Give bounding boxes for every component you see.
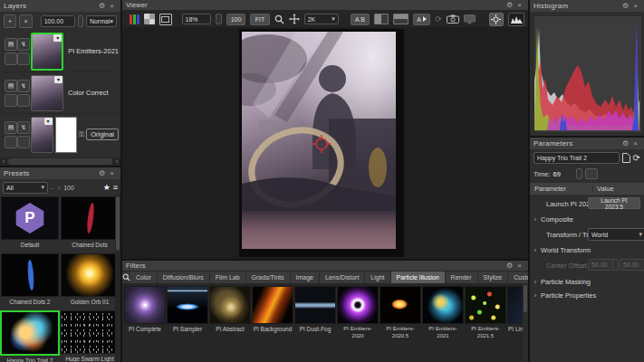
- filter-thumbnail[interactable]: [465, 286, 506, 324]
- layer-fx-toggle[interactable]: ↯: [17, 121, 30, 134]
- preset-size-value[interactable]: 100: [63, 185, 74, 191]
- fit-button[interactable]: FIT: [250, 14, 269, 25]
- keyframe-icon[interactable]: [585, 168, 598, 179]
- preset-thumbnail[interactable]: [61, 196, 119, 240]
- preset-thumbnail[interactable]: P: [1, 196, 59, 240]
- ab-compare-button[interactable]: A B: [351, 14, 370, 25]
- layers-horizontal-scrollbar[interactable]: ‹ ›: [0, 157, 120, 166]
- rgb-channels-icon[interactable]: [130, 14, 139, 25]
- filter-thumbnail[interactable]: [294, 286, 336, 324]
- opacity-stepper[interactable]: [78, 15, 83, 27]
- tab-diffusion-blurs[interactable]: Diffusion/Blurs: [158, 272, 210, 283]
- alpha-checker-icon[interactable]: [144, 14, 155, 25]
- filter-thumbnail[interactable]: [380, 286, 421, 324]
- filter-item[interactable]: PI Emitters-2021: [423, 286, 463, 339]
- delete-layer-button[interactable]: ×: [19, 14, 32, 28]
- column-parameter[interactable]: Parameter: [530, 185, 593, 193]
- param-row-particle-masking[interactable]: › Particle Masking: [530, 276, 644, 288]
- preset-thumbnail[interactable]: [1, 253, 59, 297]
- filters-vertical-scrollbar[interactable]: [523, 283, 528, 362]
- param-row-particle-properties[interactable]: › Particle Properties: [530, 290, 644, 301]
- blend-mode-select[interactable]: Normal ▾: [86, 15, 117, 27]
- chevron-right-icon[interactable]: ›: [530, 292, 541, 299]
- layer-row[interactable]: ▤ ↯ ▾ Color Correct: [2, 72, 119, 114]
- time-stepper[interactable]: [576, 168, 582, 179]
- magnifier-icon[interactable]: [274, 14, 284, 25]
- layer-row[interactable]: ▤ ↯ ▾ ⚿ Original: [2, 114, 119, 155]
- filter-thumbnail[interactable]: [422, 286, 464, 324]
- external-monitor-icon[interactable]: [464, 14, 476, 25]
- launch-pi-button[interactable]: Launch PI 2023.5: [588, 197, 640, 209]
- viewer-canvas[interactable]: [122, 27, 528, 259]
- filter-item[interactable]: PI Emitters-2021.5: [466, 286, 505, 339]
- layer-solo-toggle[interactable]: [17, 52, 30, 65]
- snapshot-camera-icon[interactable]: [447, 14, 459, 25]
- layer-solo-toggle[interactable]: [17, 136, 30, 148]
- chevron-right-icon[interactable]: ›: [530, 216, 541, 223]
- region-of-interest-icon[interactable]: [159, 14, 172, 25]
- gear-icon[interactable]: ⚙: [97, 168, 107, 178]
- close-icon[interactable]: ×: [107, 1, 117, 11]
- gear-icon[interactable]: ⚙: [97, 1, 107, 11]
- preset-category-select[interactable]: All ▾: [3, 182, 48, 194]
- pan-icon[interactable]: [289, 14, 300, 25]
- preset-item[interactable]: Golden Orb 01: [62, 253, 118, 306]
- preset-thumbnail[interactable]: [61, 310, 119, 354]
- layer-opacity-field[interactable]: 100.00: [41, 15, 75, 27]
- preset-thumbnail[interactable]: [61, 253, 119, 297]
- menu-icon[interactable]: ≡: [113, 183, 118, 192]
- preset-item[interactable]: P Default: [2, 196, 58, 249]
- preset-name-input[interactable]: Happy Trio Trail 2: [533, 152, 620, 164]
- layer-media-toggle[interactable]: ▤: [5, 80, 17, 92]
- layer-name[interactable]: PI Emitters-2021: [68, 47, 119, 55]
- layer-media-toggle[interactable]: ▤: [5, 121, 17, 134]
- tab-render[interactable]: Render: [446, 272, 478, 283]
- filter-item[interactable]: PI Sampler: [168, 286, 207, 333]
- tab-image[interactable]: Image: [291, 272, 320, 283]
- gear-icon[interactable]: ⚙: [505, 0, 514, 10]
- resolution-select[interactable]: 2K ▾: [304, 14, 339, 24]
- layer-visibility-toggle[interactable]: [5, 94, 17, 107]
- zoom-percent-field[interactable]: 18%: [182, 14, 212, 24]
- tab-particle-illusion[interactable]: Particle Illusion: [391, 272, 446, 283]
- filter-item[interactable]: PI Emitters-2020: [338, 286, 378, 339]
- split-vertical-icon[interactable]: [374, 14, 389, 24]
- preset-item[interactable]: Chained Dots: [62, 196, 118, 249]
- filter-thumbnail[interactable]: [337, 286, 379, 324]
- sync-icon[interactable]: ⟳: [435, 14, 442, 25]
- time-value[interactable]: 69: [553, 170, 560, 178]
- filter-thumbnail[interactable]: [209, 286, 251, 324]
- layer-visibility-toggle[interactable]: [5, 136, 17, 148]
- tab-custom[interactable]: Custom: [508, 272, 528, 283]
- layer-name[interactable]: Original: [86, 129, 119, 140]
- tab-grads-tints[interactable]: Grads/Tints: [246, 272, 291, 283]
- filter-item[interactable]: PI Dust-Fog: [295, 286, 335, 333]
- show-a-button[interactable]: A: [413, 14, 431, 25]
- chevron-right-icon[interactable]: ›: [530, 279, 541, 285]
- preset-item[interactable]: Huge Swarm Light (mb): [62, 310, 118, 362]
- layer-name[interactable]: Color Correct: [68, 89, 109, 97]
- close-icon[interactable]: ×: [630, 1, 640, 11]
- close-icon[interactable]: ×: [514, 0, 524, 10]
- add-layer-button[interactable]: +: [4, 14, 16, 28]
- transform-tracking-select[interactable]: World ▾: [588, 228, 644, 241]
- preset-item[interactable]: Chained Dots 2: [2, 253, 58, 306]
- preset-thumbnail[interactable]: [0, 310, 60, 356]
- layer-visibility-toggle[interactable]: [5, 52, 17, 65]
- layer-fx-toggle[interactable]: ↯: [17, 80, 30, 92]
- gear-icon[interactable]: ⚙: [505, 261, 514, 271]
- search-icon[interactable]: [122, 273, 130, 281]
- split-horizontal-icon[interactable]: [393, 14, 408, 24]
- tab-light[interactable]: Light: [365, 272, 390, 283]
- reset-sync-icon[interactable]: ⟳: [633, 153, 640, 163]
- layer-fx-toggle[interactable]: ↯: [17, 38, 30, 51]
- filter-thumbnail[interactable]: [167, 286, 208, 324]
- layer-media-toggle[interactable]: ▤: [5, 38, 17, 51]
- filter-thumbnail[interactable]: [252, 286, 293, 324]
- lock-icon[interactable]: ⚿: [79, 130, 84, 139]
- tab-stylize[interactable]: Stylize: [478, 272, 509, 283]
- save-preset-icon[interactable]: [622, 150, 630, 167]
- scrollbar-thumb[interactable]: [116, 196, 120, 251]
- widget-crosshair-button[interactable]: [489, 13, 504, 26]
- filter-item[interactable]: PI Complete: [125, 286, 165, 333]
